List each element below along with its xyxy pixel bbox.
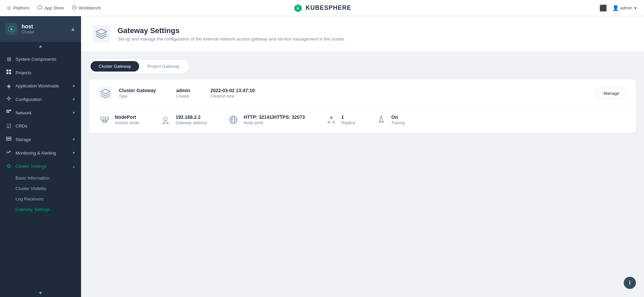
gateway-creation-time-label: Creation time: [210, 94, 255, 99]
main-content: Gateway Settings Set up and manage the c…: [81, 16, 644, 297]
svg-rect-14: [8, 110, 9, 111]
tracing-info: On Tracing: [391, 114, 405, 125]
sidebar-item-label: Configuration: [16, 97, 42, 102]
gateway-creator: admin: [176, 88, 190, 93]
app-store-icon: [37, 5, 42, 11]
notifications-icon[interactable]: ⬛: [599, 4, 607, 12]
sidebar-item-application-workloads[interactable]: ◈ Application Workloads ▼: [0, 79, 81, 92]
sub-menu-basic-information[interactable]: Basic Information: [0, 173, 81, 183]
svg-point-33: [328, 121, 330, 124]
chevron-down-icon: ▼: [72, 111, 76, 115]
app-store-nav[interactable]: App Store: [37, 5, 64, 11]
gateway-card-details: NodePort Access mode 1: [89, 107, 636, 133]
hostname: host: [22, 24, 34, 30]
scroll-down-btn[interactable]: ▼: [0, 289, 81, 297]
svg-rect-18: [6, 137, 11, 138]
platform-label: Platform: [13, 5, 29, 10]
tracing-value: On: [391, 114, 405, 120]
monitoring-icon: [5, 150, 12, 156]
application-workloads-icon: ◈: [5, 83, 12, 89]
tab-cluster-gateway[interactable]: Cluster Gateway: [91, 61, 139, 72]
node-ports-label: Node ports: [243, 120, 305, 125]
svg-rect-17: [8, 111, 9, 113]
content-area: Cluster Gateway Project Gateway: [81, 52, 644, 141]
sidebar-item-monitoring-alerting[interactable]: Monitoring & Alerting ▼: [0, 146, 81, 160]
tab-project-gateway[interactable]: Project Gateway: [139, 61, 187, 72]
sidebar-item-projects[interactable]: Projects: [0, 66, 81, 79]
node-ports-info: HTTP: 32141/HTTPS: 32073 Node ports: [243, 114, 305, 125]
sidebar-item-crds[interactable]: ☑ CRDs: [0, 119, 81, 133]
sidebar-header-text: host Cluster: [22, 24, 34, 34]
page-header: Gateway Settings Set up and manage the c…: [81, 16, 644, 52]
sidebar-item-label: Network: [16, 110, 32, 115]
sidebar-item-label: Projects: [16, 70, 31, 75]
sidebar-item-configuration[interactable]: Configuration ▼: [0, 92, 81, 106]
chevron-down-icon: ▼: [72, 151, 76, 155]
help-bubble[interactable]: i: [624, 277, 636, 289]
gateway-creator-group: admin Creator: [176, 88, 190, 99]
svg-rect-16: [6, 111, 8, 113]
detail-replica: 1 Replica: [325, 114, 355, 126]
cluster-settings-icon: ⚙: [5, 163, 12, 169]
admin-menu[interactable]: 👤 admin ▼: [612, 5, 637, 11]
gateway-name-group: Cluster Gateway Type: [119, 88, 156, 99]
svg-point-2: [74, 7, 75, 8]
gateway-address-icon: [159, 114, 172, 126]
gateway-address-label: Gateway address: [176, 120, 207, 125]
platform-nav[interactable]: ⚙ Platform: [7, 5, 29, 11]
sidebar-header[interactable]: h host Cluster ▲: [0, 16, 81, 42]
svg-rect-10: [6, 72, 8, 74]
workbench-label: Workbench: [79, 5, 101, 10]
svg-rect-11: [9, 72, 11, 74]
svg-rect-13: [6, 110, 8, 111]
gateway-creation-time-group: 2022-03-02 13:47:10 Creation time: [210, 88, 255, 99]
gateway-creator-label: Creator: [176, 94, 190, 99]
svg-text:K: K: [297, 6, 299, 10]
tracing-label: Tracing: [391, 120, 405, 125]
cluster-label: Cluster: [22, 30, 34, 34]
configuration-icon: [5, 96, 12, 103]
sidebar-item-network[interactable]: Network ▼: [0, 106, 81, 119]
sub-menu-gateway-settings[interactable]: Gateway Settings: [0, 204, 81, 215]
svg-point-34: [332, 121, 335, 124]
access-mode-icon: [99, 114, 111, 126]
logo: K KUBESPHERE: [293, 3, 351, 13]
gateway-address-value: 192.168.2.2: [176, 114, 207, 120]
sidebar-item-storage[interactable]: Storage ▼: [0, 133, 81, 146]
svg-rect-22: [101, 117, 104, 120]
access-mode-value: NodePort: [115, 114, 139, 120]
layout: h host Cluster ▲ ▲ ⊞ System Components P…: [0, 16, 644, 297]
chevron-down-icon: ▼: [72, 84, 76, 88]
gateway-type-label: Type: [119, 94, 156, 99]
sidebar-item-system-components[interactable]: ⊞ System Components: [0, 53, 81, 66]
gateway-card: Cluster Gateway Type admin Creator 2022-…: [89, 80, 636, 133]
gateway-creation-time: 2022-03-02 13:47:10: [210, 88, 255, 93]
detail-tracing: On Tracing: [375, 114, 405, 126]
gateway-info: Cluster Gateway Type admin Creator 2022-…: [119, 88, 590, 99]
svg-text:h: h: [10, 28, 12, 31]
sub-menu-log-receivers[interactable]: Log Receivers: [0, 194, 81, 204]
admin-label: admin: [620, 5, 632, 10]
sub-menu-cluster-visibility[interactable]: Cluster Visibility: [0, 183, 81, 194]
sidebar-item-label: CRDs: [16, 124, 27, 129]
replica-value: 1: [341, 114, 355, 120]
svg-rect-9: [9, 70, 11, 72]
top-nav: ⚙ Platform App Store Workbench: [0, 0, 644, 16]
admin-chevron-icon: ▼: [634, 6, 637, 10]
sidebar-collapse-btn[interactable]: ▲: [70, 26, 76, 32]
manage-button[interactable]: Manage: [596, 88, 626, 99]
sidebar-item-cluster-settings[interactable]: ⚙ Cluster Settings ▲: [0, 160, 81, 173]
platform-icon: ⚙: [7, 5, 11, 11]
workbench-nav[interactable]: Workbench: [72, 5, 101, 11]
sidebar-item-label: Application Workloads: [16, 83, 59, 88]
svg-rect-20: [93, 25, 110, 43]
nav-left: ⚙ Platform App Store Workbench: [7, 5, 101, 11]
sidebar: h host Cluster ▲ ▲ ⊞ System Components P…: [0, 16, 81, 297]
page-description: Set up and manage the configuration of t…: [118, 36, 345, 42]
svg-marker-35: [379, 116, 383, 123]
chevron-down-icon: ▼: [72, 137, 76, 141]
svg-marker-0: [38, 5, 42, 9]
svg-rect-8: [6, 70, 8, 72]
scroll-up-btn[interactable]: ▲: [0, 42, 81, 50]
svg-rect-23: [105, 117, 109, 120]
